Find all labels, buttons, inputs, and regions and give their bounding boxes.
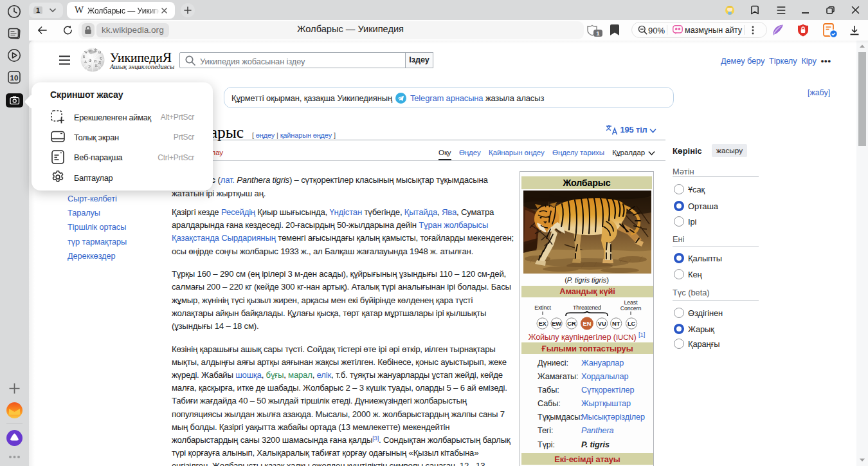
svg-text:1: 1	[36, 6, 40, 14]
svg-text:10: 10	[10, 74, 19, 82]
svg-text:Д: Д	[98, 61, 101, 64]
svg-text:CR: CR	[567, 321, 576, 327]
svg-text:И: И	[94, 59, 96, 63]
svg-text:Б: Б	[83, 55, 85, 59]
svg-text:А: А	[84, 60, 87, 64]
svg-text:Э: Э	[88, 64, 91, 68]
svg-text:W: W	[84, 50, 88, 54]
svg-text:Concern: Concern	[620, 305, 642, 312]
svg-text:EX: EX	[539, 321, 547, 327]
svg-text:Threatened: Threatened	[573, 304, 601, 311]
svg-text:Ω: Ω	[98, 50, 101, 54]
svg-text:NT: NT	[612, 321, 620, 327]
svg-text:Ф: Ф	[89, 59, 92, 62]
svg-text:EW: EW	[552, 321, 561, 327]
svg-text:К: К	[95, 64, 98, 68]
svg-text:EN: EN	[583, 321, 592, 327]
svg-text:LC: LC	[628, 321, 636, 327]
svg-text:Extinct: Extinct	[534, 304, 551, 311]
svg-text:1: 1	[596, 30, 599, 37]
svg-text:ح: ح	[100, 55, 102, 60]
svg-text:VU: VU	[598, 321, 606, 327]
